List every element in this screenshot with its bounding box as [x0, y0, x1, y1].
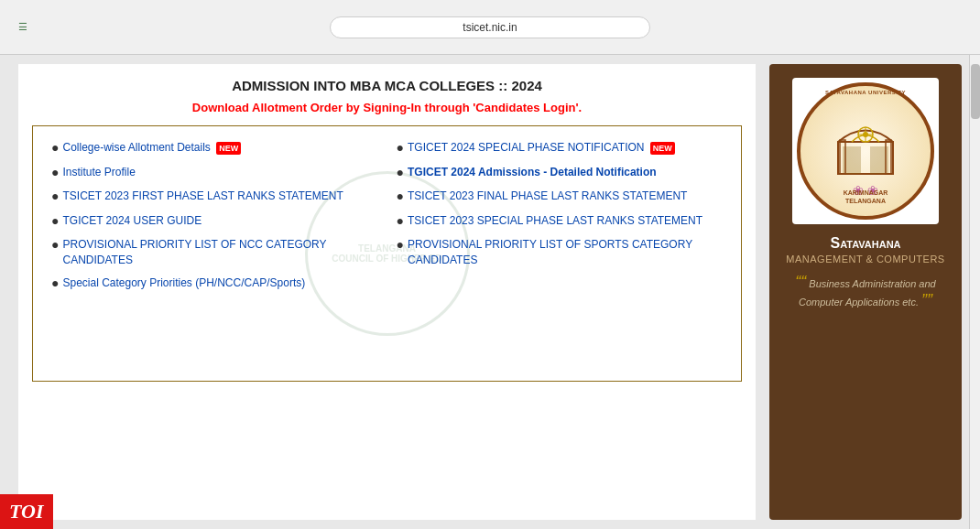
list-item: ● College-wise Allotment Details NEW — [51, 140, 378, 157]
list-item: ● PROVISIONAL PRIORITY LIST OF NCC CATEG… — [51, 237, 378, 268]
logo-top-text: SATAVAHANA UNIVERSITY — [825, 90, 906, 95]
link-text[interactable]: TGICET 2024 USER GUIDE — [62, 213, 201, 229]
bullet-icon: ● — [397, 164, 404, 182]
left-panel: ADMISSION INTO MBA MCA COLLEGES :: 2024 … — [18, 64, 756, 520]
link-text[interactable]: College-wise Allotment Details NEW — [62, 140, 241, 156]
list-item: ● Institute Profile — [51, 165, 378, 182]
quote-close: ”” — [921, 291, 932, 309]
bullet-icon: ● — [397, 212, 404, 231]
link-text[interactable]: TSICET 2023 FIRST PHASE LAST RANKS STATE… — [62, 189, 343, 204]
list-item: ● TSICET 2023 FINAL PHASE LAST RANKS STA… — [397, 189, 724, 206]
link-text[interactable]: Institute Profile — [62, 165, 135, 180]
university-card: SATAVAHANA UNIVERSITY — [769, 64, 962, 520]
list-item: ● TGICET 2024 Admissions - Detailed Noti… — [397, 165, 724, 182]
university-description: ““ Business Administration and Computer … — [779, 274, 953, 309]
links-right-col: ● TGICET 2024 SPECIAL PHASE NOTIFICATION… — [397, 140, 724, 300]
bullet-icon: ● — [397, 139, 404, 157]
link-text[interactable]: TSICET 2023 FINAL PHASE LAST RANKS STATE… — [408, 189, 687, 204]
main-content: ADMISSION INTO MBA MCA COLLEGES :: 2024 … — [0, 55, 980, 529]
link-text[interactable]: TGICET 2024 SPECIAL PHASE NOTIFICATION N… — [408, 140, 675, 156]
bullet-icon: ● — [51, 164, 59, 182]
url-bar[interactable]: tsicet.nic.in — [330, 16, 650, 38]
browser-logo: ☰ — [18, 21, 27, 33]
links-left-col: ● College-wise Allotment Details NEW ● I… — [51, 140, 378, 300]
link-text[interactable]: TSICET 2023 SPECIAL PHASE LAST RANKS STA… — [408, 213, 702, 229]
new-badge: NEW — [650, 142, 675, 156]
download-notice: Download Allotment Order by Signing-In t… — [32, 101, 742, 114]
university-subtitle: Management & Computers — [786, 254, 944, 264]
list-item: ● PROVISIONAL PRIORITY LIST OF SPORTS CA… — [397, 237, 724, 268]
bullet-icon: ● — [51, 212, 59, 231]
bullet-icon: ● — [51, 275, 59, 293]
quote-open: ““ — [795, 273, 806, 291]
toi-badge: TOI — [0, 494, 53, 529]
list-item: ● Special Category Priorities (PH/NCC/CA… — [51, 275, 378, 293]
scrollbar-thumb[interactable] — [971, 64, 980, 119]
bullet-icon: ● — [51, 236, 59, 254]
bullet-icon: ● — [51, 139, 59, 157]
logo-bottom-text: KARIMNAGARTELANGANA — [844, 189, 888, 205]
link-text[interactable]: PROVISIONAL PRIORITY LIST OF SPORTS CATE… — [408, 237, 723, 268]
bullet-icon: ● — [397, 188, 404, 206]
list-item: ● TSICET 2023 SPECIAL PHASE LAST RANKS S… — [397, 213, 724, 231]
logo-svg — [829, 114, 902, 188]
description-text: Business Administration and Computer App… — [799, 278, 936, 308]
list-item: ● TSICET 2023 FIRST PHASE LAST RANKS STA… — [51, 189, 378, 206]
link-text[interactable]: PROVISIONAL PRIORITY LIST OF NCC CATEGOR… — [62, 237, 377, 268]
link-text[interactable]: Special Category Priorities (PH/NCC/CAP/… — [62, 275, 305, 291]
bullet-icon: ● — [51, 188, 59, 206]
bullet-icon: ● — [397, 236, 404, 254]
links-columns: ● College-wise Allotment Details NEW ● I… — [51, 140, 723, 300]
logo-outer-circle: SATAVAHANA UNIVERSITY — [797, 82, 934, 220]
list-item: ● TGICET 2024 USER GUIDE — [51, 213, 378, 231]
scrollbar[interactable] — [969, 55, 980, 529]
page-title: ADMISSION INTO MBA MCA COLLEGES :: 2024 — [32, 78, 742, 93]
links-box: TELANGANACOUNCIL OF HIGHER ED ● College-… — [32, 125, 742, 382]
university-logo: SATAVAHANA UNIVERSITY — [792, 78, 939, 224]
university-name: Satavahana — [830, 235, 900, 252]
link-text[interactable]: TGICET 2024 Admissions - Detailed Notifi… — [408, 165, 657, 180]
browser-topbar: ☰ tsicet.nic.in — [0, 0, 980, 55]
new-badge: NEW — [216, 142, 241, 156]
list-item: ● TGICET 2024 SPECIAL PHASE NOTIFICATION… — [397, 140, 724, 157]
